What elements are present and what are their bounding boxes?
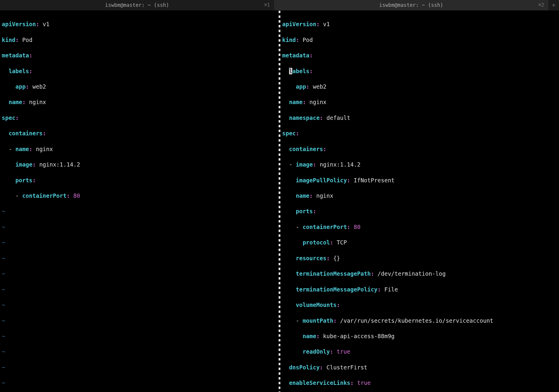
vim-tilde: ~ [2, 301, 277, 309]
yaml-key: ports [15, 177, 32, 184]
yaml-value: 80 [73, 192, 80, 199]
yaml-value: nginx:1.14.2 [320, 161, 360, 168]
vim-tilde: ~ [2, 332, 277, 340]
tab-1-shortcut: ⌘1 [264, 2, 270, 8]
yaml-key: containerPort [22, 192, 67, 199]
yaml-key: name [303, 333, 316, 339]
yaml-key: labels [9, 68, 29, 74]
vim-cursor: l [289, 68, 292, 74]
vim-tilde: ~ [2, 207, 277, 215]
yaml-value: v1 [323, 21, 330, 27]
tab-1[interactable]: iswbm@master: ~ (ssh) ⌘1 [0, 0, 274, 10]
vim-tilde: ~ [2, 270, 277, 277]
yaml-key: kind [2, 37, 15, 43]
left-pane[interactable]: apiVersion: v1 kind: Pod metadata: label… [0, 11, 279, 392]
yaml-key: terminationMessagePath [296, 270, 371, 277]
yaml-value: nginx [36, 146, 53, 152]
yaml-key: app [15, 83, 26, 90]
yaml-value: IfNotPresent [354, 177, 394, 184]
yaml-value: Pod [22, 37, 32, 43]
yaml-key: readOnly [303, 348, 330, 355]
vim-tilde: ~ [2, 239, 277, 246]
yaml-value: nginx [29, 99, 46, 105]
yaml-key: app [296, 83, 306, 90]
yaml-key: metadata [2, 52, 29, 59]
vim-tilde: ~ [2, 254, 277, 262]
new-tab-button[interactable]: + [548, 0, 559, 10]
yaml-key: resources [296, 255, 327, 261]
yaml-value: web2 [313, 83, 327, 90]
yaml-key: kind [282, 37, 296, 43]
yaml-key: mountPath [303, 317, 333, 324]
yaml-key: enableServiceLinks [289, 380, 350, 386]
vim-tilde: ~ [2, 363, 277, 371]
tab-2-shortcut: ⌘2 [538, 2, 544, 8]
yaml-value: /dev/termination-log [377, 270, 446, 277]
yaml-key: name [15, 146, 29, 152]
tab-bar: iswbm@master: ~ (ssh) ⌘1 iswbm@master: ~… [0, 0, 559, 11]
yaml-value: default [327, 115, 350, 121]
yaml-key: apiVersion [282, 21, 316, 27]
yaml-key: containerPort [303, 224, 347, 230]
right-pane[interactable]: apiVersion: v1 kind: Pod metadata: label… [280, 11, 559, 392]
yaml-key: namespace [289, 115, 320, 121]
yaml-key: containers [289, 146, 323, 152]
yaml-key: spec [282, 130, 296, 137]
yaml-value: nginx [316, 192, 333, 199]
tab-2-title: iswbm@master: ~ (ssh) [274, 2, 548, 9]
yaml-value: /var/run/secrets/kubernetes.io/serviceac… [340, 317, 494, 324]
yaml-key: dnsPolicy [289, 364, 320, 371]
yaml-key: name [296, 192, 310, 199]
yaml-key: protocol [303, 239, 330, 246]
yaml-value: true [357, 380, 371, 386]
yaml-key: ports [296, 208, 313, 214]
yaml-value: nginx:1.14.2 [39, 161, 80, 168]
vim-tilde: ~ [2, 379, 277, 387]
yaml-value: File [384, 286, 398, 293]
yaml-key: image [296, 161, 313, 168]
yaml-value: nginx [310, 99, 327, 105]
yaml-value: web2 [32, 83, 46, 90]
yaml-value: ClusterFirst [327, 364, 367, 371]
yaml-key: name [289, 99, 303, 105]
yaml-value: Pod [303, 37, 313, 43]
yaml-value: TCP [337, 239, 347, 246]
yaml-value: true [337, 348, 350, 355]
vim-tilde: ~ [2, 286, 277, 293]
yaml-key: containers [9, 130, 43, 137]
yaml-key: metadata [282, 52, 310, 59]
yaml-value: 80 [354, 224, 360, 230]
tab-1-title: iswbm@master: ~ (ssh) [0, 2, 274, 9]
yaml-key: imagePullPolicy [296, 177, 347, 184]
yaml-key: image [15, 161, 32, 168]
yaml-key: name [9, 99, 22, 105]
yaml-value: v1 [43, 21, 49, 27]
yaml-key: apiVersion [2, 21, 36, 27]
plus-icon: + [552, 1, 555, 10]
yaml-key: volumeMounts [296, 302, 337, 308]
split-panes: apiVersion: v1 kind: Pod metadata: label… [0, 11, 559, 392]
vim-tilde: ~ [2, 348, 277, 355]
yaml-key: terminationMessagePolicy [296, 286, 378, 293]
yaml-value: kube-api-access-88m9g [323, 333, 394, 339]
vim-tilde: ~ [2, 223, 277, 231]
vim-tilde: ~ [2, 317, 277, 324]
yaml-key: spec [2, 115, 15, 121]
yaml-key: abels [292, 68, 309, 74]
yaml-value: {} [333, 255, 340, 261]
tab-2[interactable]: iswbm@master: ~ (ssh) ⌘2 [274, 0, 548, 10]
